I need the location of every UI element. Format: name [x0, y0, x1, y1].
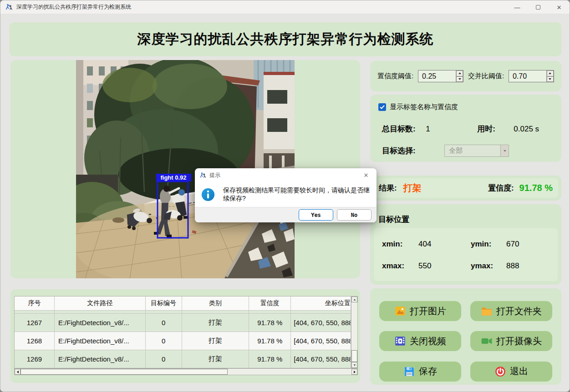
cell-confidence: 91.78 %	[249, 350, 291, 368]
table-row[interactable]: 1269 E:/FightDetection_v8/... 0 打架 91.78…	[15, 350, 351, 368]
cell-path: E:/FightDetection_v8/...	[55, 314, 146, 332]
total-targets-value: 1	[426, 125, 477, 134]
vertical-scroll-thumb[interactable]	[351, 350, 357, 362]
save-icon	[403, 366, 415, 377]
cell-target: 0	[146, 350, 182, 368]
save-label: 保存	[419, 365, 437, 377]
dialog-close-icon: ✕	[364, 172, 369, 179]
total-targets-label: 总目标数:	[378, 124, 426, 134]
close-video-button[interactable]: 关闭视频	[379, 331, 461, 351]
table-row[interactable]: 1268 E:/FightDetection_v8/... 0 打架 91.78…	[15, 332, 351, 350]
camera-icon	[481, 335, 493, 347]
col-header-target: 目标编号	[146, 297, 182, 310]
iou-spin-up-button[interactable]	[547, 70, 554, 76]
col-header-confidence: 置信度	[249, 297, 291, 310]
dialog-titlebar: 提示 ✕	[195, 168, 377, 182]
spin-up-icon	[458, 72, 461, 74]
scroll-down-button[interactable]	[351, 362, 357, 368]
image-icon	[394, 305, 406, 317]
exit-label: 退出	[510, 365, 528, 377]
options-panel: 显示标签名称与置信度 总目标数: 1 用时: 0.025 s 目标选择: 全部	[370, 95, 561, 162]
chevron-down-icon	[504, 150, 506, 152]
thresholds-panel: 置信度阈值: 0.25 交并比阈值: 0.70	[370, 61, 561, 91]
cell-coords: [404, 670, 550, 888]	[291, 314, 351, 332]
spin-down-icon	[549, 78, 551, 80]
cell-path: E:/FightDetection_v8/...	[55, 350, 146, 368]
titlebar: 深度学习的扰乱公共秩序打架异常行为检测系统	[0, 0, 570, 14]
result-label: 结果:	[379, 183, 397, 193]
window-title: 深度学习的扰乱公共秩序打架异常行为检测系统	[16, 3, 131, 11]
target-select-dropdown[interactable]: 全部	[444, 145, 509, 157]
xmax-label: xmax:	[382, 261, 418, 271]
dialog-title: 提示	[209, 171, 360, 179]
cell-class: 打架	[182, 314, 249, 332]
dialog-footer: Yes No	[195, 207, 377, 222]
confidence-value: 91.78 %	[519, 183, 553, 193]
show-labels-checkbox[interactable]	[378, 103, 386, 111]
close-button[interactable]: ✕	[549, 0, 570, 14]
ymax-value: 888	[506, 261, 519, 271]
conf-threshold-value: 0.25	[418, 72, 456, 80]
minimize-icon: —	[514, 4, 520, 11]
scroll-left-button[interactable]	[15, 369, 20, 375]
detection-label: fight 0.92	[160, 174, 186, 181]
col-header-path: 文件路径	[55, 297, 146, 310]
app-window: 深度学习的扰乱公共秩序打架异常行为检测系统 — ✕ 深度学习的扰乱公共秩序打架异…	[0, 0, 570, 392]
yes-button[interactable]: Yes	[299, 209, 333, 221]
cell-coords: [404, 670, 550, 888]	[291, 332, 351, 350]
xmin-value: 404	[418, 240, 471, 249]
no-button[interactable]: No	[337, 209, 372, 221]
result-panel: 结果: 打架 置信度: 91.78 %	[370, 176, 561, 201]
result-value: 打架	[403, 182, 422, 194]
open-image-label: 打开图片	[410, 305, 446, 317]
time-label: 用时:	[477, 124, 514, 134]
scroll-down-icon	[353, 364, 356, 366]
close-video-label: 关闭视频	[410, 335, 446, 347]
time-value: 0.025 s	[514, 125, 553, 134]
conf-spin-down-button[interactable]	[456, 76, 463, 82]
minimize-button[interactable]: —	[507, 0, 528, 14]
cell-index: 1269	[15, 350, 55, 368]
open-camera-button[interactable]: 打开摄像头	[470, 331, 552, 351]
conf-threshold-spinbox[interactable]: 0.25	[418, 70, 463, 82]
col-header-class: 类别	[182, 297, 249, 310]
col-header-index: 序号	[15, 297, 55, 310]
horizontal-scroll-thumb[interactable]	[20, 369, 228, 375]
cell-confidence: 91.78 %	[249, 314, 291, 332]
scroll-up-button[interactable]	[351, 297, 357, 302]
folder-icon	[481, 305, 493, 317]
spin-down-icon	[458, 78, 461, 80]
horizontal-scrollbar[interactable]	[14, 368, 358, 375]
open-camera-label: 打开摄像头	[496, 335, 542, 347]
dialog-message: 保存视频检测结果可能需要较长时间，请确认是否继续保存?	[223, 186, 370, 203]
dialog-close-button[interactable]: ✕	[360, 172, 372, 179]
table-header-row: 序号 文件路径 目标编号 类别 置信度 坐标位置	[15, 297, 351, 310]
spin-up-icon	[549, 72, 551, 74]
maximize-button[interactable]	[528, 0, 549, 14]
position-panel: 目标位置 xmin: 404 ymin: 670 xmax: 550 ymax:…	[370, 204, 561, 285]
scroll-right-button[interactable]	[351, 369, 357, 375]
scroll-left-icon	[17, 371, 19, 373]
col-header-coords: 坐标位置	[291, 297, 351, 310]
open-folder-button[interactable]: 打开文件夹	[470, 301, 552, 321]
cell-class: 打架	[182, 350, 249, 368]
conf-spin-up-button[interactable]	[456, 70, 463, 76]
show-labels-label: 显示标签名称与置信度	[390, 103, 458, 111]
dialog-app-icon	[199, 172, 206, 179]
vertical-scrollbar[interactable]	[351, 296, 358, 368]
cell-class: 打架	[182, 332, 249, 350]
iou-spin-down-button[interactable]	[547, 76, 554, 82]
cell-coords: [404, 670, 550, 888]	[291, 350, 351, 368]
xmin-label: xmin:	[382, 240, 418, 249]
dropdown-arrow-button[interactable]	[500, 145, 509, 156]
save-button[interactable]: 保存	[379, 362, 461, 382]
iou-threshold-spinbox[interactable]: 0.70	[509, 70, 554, 82]
iou-threshold-value: 0.70	[509, 72, 546, 80]
target-select-label: 目标选择:	[378, 146, 444, 156]
table-row[interactable]: 1267 E:/FightDetection_v8/... 0 打架 91.78…	[15, 313, 351, 332]
actions-panel: 打开图片 打开文件夹 关闭视频 打开摄像头 保存 退出	[370, 288, 561, 385]
detections-table-panel: 序号 文件路径 目标编号 类别 置信度 坐标位置 1267 E:/FightDe…	[10, 289, 360, 383]
exit-button[interactable]: 退出	[470, 362, 552, 382]
open-image-button[interactable]: 打开图片	[379, 301, 461, 321]
info-icon	[201, 188, 215, 201]
